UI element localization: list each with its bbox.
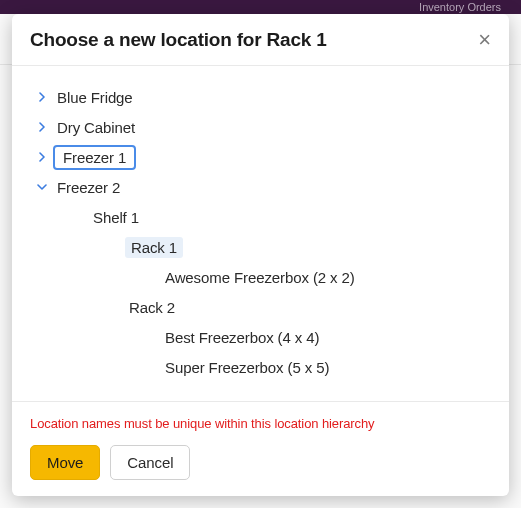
tree-node-label[interactable]: Shelf 1 — [89, 207, 143, 228]
tree-item[interactable]: Blue Fridge — [30, 82, 491, 112]
tree-item[interactable]: Freezer 2 — [30, 172, 491, 202]
tree-item[interactable]: Best Freezerbox (4 x 4) — [30, 322, 491, 352]
move-location-modal: Choose a new location for Rack 1 × Blue … — [12, 14, 509, 496]
location-tree: Blue FridgeDry CabinetFreezer 1Freezer 2… — [30, 82, 491, 382]
tree-node-label[interactable]: Rack 1 — [125, 237, 183, 258]
tree-node-label[interactable]: Blue Fridge — [53, 87, 137, 108]
tree-item[interactable]: Dry Cabinet — [30, 112, 491, 142]
tree-node-label[interactable]: Rack 2 — [125, 297, 179, 318]
tree-node-label[interactable]: Awesome Freezerbox (2 x 2) — [161, 267, 359, 288]
button-row: Move Cancel — [30, 445, 491, 480]
chevron-right-icon[interactable] — [36, 122, 47, 133]
chevron-right-icon[interactable] — [36, 92, 47, 103]
modal-header: Choose a new location for Rack 1 × — [12, 14, 509, 66]
modal-title: Choose a new location for Rack 1 — [30, 29, 327, 51]
tree-node-label[interactable]: Dry Cabinet — [53, 117, 139, 138]
tree-node-label[interactable]: Freezer 2 — [53, 177, 124, 198]
tree-item[interactable]: Super Freezerbox (5 x 5) — [30, 352, 491, 382]
tree-node-label[interactable]: Best Freezerbox (4 x 4) — [161, 327, 323, 348]
tree-item[interactable]: Awesome Freezerbox (2 x 2) — [30, 262, 491, 292]
modal-footer: Location names must be unique within thi… — [12, 401, 509, 496]
tree-item[interactable]: Rack 1 — [30, 232, 491, 262]
error-message: Location names must be unique within thi… — [30, 416, 491, 431]
move-button[interactable]: Move — [30, 445, 100, 480]
modal-body: Blue FridgeDry CabinetFreezer 1Freezer 2… — [12, 66, 509, 401]
tree-node-label[interactable]: Freezer 1 — [53, 145, 136, 170]
close-button[interactable]: × — [478, 29, 491, 51]
chevron-down-icon[interactable] — [36, 182, 47, 193]
chevron-right-icon[interactable] — [36, 152, 47, 163]
tree-node-label[interactable]: Super Freezerbox (5 x 5) — [161, 357, 333, 378]
tree-item[interactable]: Rack 2 — [30, 292, 491, 322]
cancel-button[interactable]: Cancel — [110, 445, 190, 480]
backdrop-nav: Inventory Orders — [0, 0, 521, 14]
tree-item[interactable]: Freezer 1 — [30, 142, 491, 172]
tree-item[interactable]: Shelf 1 — [30, 202, 491, 232]
